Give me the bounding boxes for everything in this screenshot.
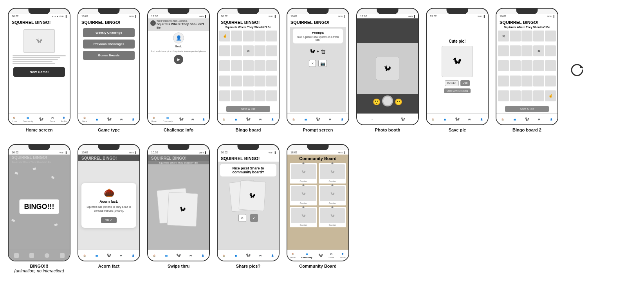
community-photo-5[interactable]: 🐿 Caption <box>290 207 317 227</box>
bingo2-cell-4[interactable] <box>533 31 544 41</box>
nav-community-13[interactable]: 👥Community <box>301 252 312 259</box>
bingo2-cell-22[interactable] <box>510 90 521 101</box>
save-exit-button[interactable]: Save & Exit <box>226 106 270 112</box>
bingo2-cell-20[interactable] <box>545 76 556 86</box>
bingo-cell-18[interactable] <box>243 76 254 86</box>
bingo2-cell-10[interactable] <box>545 45 556 56</box>
bingo-cell-2[interactable] <box>231 31 242 41</box>
nav-profile-4[interactable]: 👤 <box>270 117 275 121</box>
bingo2-cell-1[interactable]: ✕ <box>498 31 509 41</box>
nav-squirrel-5[interactable]: 🐿 <box>316 117 320 121</box>
nav-community-8[interactable]: 👥 <box>512 117 517 121</box>
use-button[interactable]: Use <box>460 80 470 86</box>
nav-game-3[interactable]: 🎮 <box>190 117 195 121</box>
nav-squirrel-10[interactable]: 🐿 <box>106 254 111 257</box>
nav-profile-7[interactable]: 👤 <box>479 117 484 121</box>
nav-home-3[interactable]: 🏠Home <box>151 116 156 122</box>
photo-card-2[interactable]: 🐿 <box>167 192 198 227</box>
back-button[interactable]: ‹ <box>150 20 156 26</box>
nav-squirrel-2[interactable]: 🐿 <box>107 117 112 121</box>
nav-community-7[interactable]: 👥 <box>443 117 447 121</box>
nav-home-5[interactable]: 🏠 <box>291 117 296 121</box>
nav-squirrel-8[interactable]: 🐿 <box>525 117 529 121</box>
nav-community-3[interactable]: 👥Community <box>163 116 173 122</box>
nav-game[interactable]: 🎮Game <box>50 116 55 122</box>
bingo2-cell-21[interactable] <box>498 90 509 101</box>
bingo-cell-25[interactable] <box>266 90 277 101</box>
bingo-cell-22[interactable] <box>231 90 242 101</box>
previous-challenges-btn[interactable]: Previous Challenges <box>83 40 135 49</box>
community-photo-2[interactable]: 🐿 Caption <box>319 163 346 184</box>
bingo-cell-3[interactable] <box>243 31 254 41</box>
community-photo-1[interactable]: 🐿 Caption <box>290 163 317 184</box>
camera-btn[interactable]: 📷 <box>318 60 327 67</box>
bingo2-cell-24[interactable] <box>533 90 544 101</box>
retake-button[interactable]: Retake <box>445 80 459 86</box>
bingo-cell-16[interactable] <box>219 76 230 86</box>
community-photo-4[interactable]: 🐿 Caption <box>319 185 346 205</box>
bingo-cell-24[interactable] <box>254 90 265 101</box>
nav-squirrel-11[interactable]: 🐿 <box>176 254 181 257</box>
nav-squirrel-7[interactable]: 🐿 <box>455 117 460 121</box>
shutter-button[interactable] <box>382 95 393 106</box>
nav-home-12[interactable]: 🏠 <box>222 254 226 257</box>
nav-game-8[interactable]: 🎮 <box>537 117 541 121</box>
nav-profile[interactable]: 👤Profile <box>61 116 67 122</box>
nav-squirrel-13[interactable]: 🐿 <box>318 254 323 257</box>
nav-squirrel-12[interactable]: 🐿 <box>246 254 251 257</box>
bingo-cell-8[interactable]: ✕ <box>243 45 254 56</box>
nav-home-7[interactable]: 🏠 <box>431 117 435 121</box>
community-photo-6[interactable]: 🐿 Caption <box>319 207 346 227</box>
nav-community-4[interactable]: 👥 <box>234 117 238 121</box>
nav-home-4[interactable]: 🏠 <box>222 117 226 121</box>
play-button[interactable]: ▶ <box>174 55 183 64</box>
nav-profile-8[interactable]: 👤 <box>549 117 554 121</box>
nav-game-12[interactable]: 🎮 <box>258 254 263 257</box>
community-photo-3[interactable]: 🐿 Caption <box>290 185 317 205</box>
bingo2-cell-14[interactable] <box>533 60 544 71</box>
ok-button[interactable]: OK ✓ <box>101 217 117 223</box>
bingo-cell-4[interactable] <box>254 31 265 41</box>
bingo-cell-5[interactable] <box>266 31 277 41</box>
bingo-cell-7[interactable] <box>231 45 242 56</box>
weekly-challenge-btn[interactable]: Weekly Challenge <box>83 28 135 37</box>
nav-home-2[interactable]: 🏠Home <box>82 116 87 122</box>
bingo-cell-11[interactable] <box>219 60 230 71</box>
nav-back-6[interactable]: ← <box>370 117 375 121</box>
swipe-container[interactable]: 🐿 🐿 <box>148 164 209 250</box>
close-without-saving-btn[interactable]: Close without saving <box>444 88 470 93</box>
nav-home-13[interactable]: 🏠Home <box>290 252 296 259</box>
bingo-cell-15[interactable] <box>266 60 277 71</box>
nav-profile-11[interactable]: 👤 <box>200 254 205 257</box>
nav-community-10[interactable]: 👥 <box>94 254 99 257</box>
bingo-cell-13[interactable] <box>243 60 254 71</box>
bingo-cell-12[interactable] <box>231 60 242 71</box>
bingo2-cell-9[interactable]: ✕ <box>533 45 544 56</box>
bingo2-cell-17[interactable] <box>510 76 521 86</box>
bingo2-cell-13[interactable] <box>521 60 532 71</box>
nav-squirrel-3[interactable]: 🐿 <box>179 117 184 121</box>
save-exit-button-2[interactable]: Save & Exit <box>505 106 549 112</box>
nav-home-10[interactable]: 🏠 <box>82 254 87 257</box>
nav-profile-10[interactable]: 👤 <box>131 254 135 257</box>
bingo2-cell-7[interactable] <box>510 45 521 56</box>
bingo-cell-19[interactable] <box>254 76 265 86</box>
bingo2-cell-2[interactable] <box>510 31 521 41</box>
nav-home-8[interactable]: 🏠 <box>500 117 505 121</box>
nav-profile-2[interactable]: 👤 <box>131 117 135 121</box>
nav-game-10[interactable]: 🎮 <box>119 254 123 257</box>
new-game-button[interactable]: New Game! <box>13 67 65 77</box>
nav-community-2[interactable]: 👥 <box>95 117 99 121</box>
nav-game-5[interactable]: 🎮 <box>328 117 332 121</box>
bingo2-cell-16[interactable] <box>498 76 509 86</box>
nav-profile-3[interactable]: 👤 <box>201 117 206 121</box>
bingo2-cell-5[interactable] <box>545 31 556 41</box>
share-confirm-btn[interactable]: ✓ <box>250 214 258 222</box>
nav-game-13[interactable]: 🎮Game <box>329 252 334 259</box>
bingo2-cell-18[interactable] <box>521 76 532 86</box>
nav-game-2[interactable]: 🎮 <box>119 117 124 121</box>
nav-profile-5[interactable]: 👤 <box>340 117 345 121</box>
nav-community[interactable]: 👥Community <box>23 116 33 122</box>
nav-home-11[interactable]: 🏠 <box>152 254 157 257</box>
bingo2-cell-11[interactable] <box>498 60 509 71</box>
